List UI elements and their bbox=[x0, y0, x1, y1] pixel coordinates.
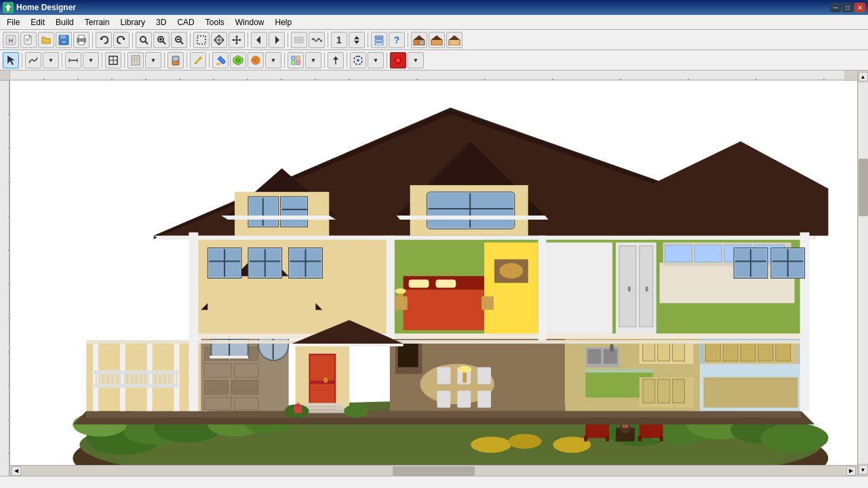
separator-6 bbox=[328, 33, 328, 47]
pan-button[interactable] bbox=[229, 32, 245, 48]
help-button[interactable]: ? bbox=[389, 32, 405, 48]
vertical-scrollbar[interactable]: ▲ ▼ bbox=[857, 70, 868, 476]
scroll-down-button[interactable]: ▼ bbox=[859, 465, 868, 474]
svg-marker-151 bbox=[86, 411, 801, 418]
separator-7 bbox=[368, 33, 368, 47]
elevate-tool-button[interactable] bbox=[328, 52, 344, 68]
maximize-button[interactable]: □ bbox=[842, 3, 853, 12]
dropdown-btn-3[interactable]: ▼ bbox=[145, 52, 161, 68]
menu-file[interactable]: File bbox=[1, 16, 25, 28]
menu-library[interactable]: Library bbox=[115, 16, 151, 28]
elevate-button[interactable] bbox=[349, 32, 365, 48]
svg-line-26 bbox=[180, 41, 183, 44]
svg-rect-187 bbox=[231, 381, 258, 394]
fit-all-button[interactable] bbox=[211, 32, 227, 48]
menu-window[interactable]: Window bbox=[230, 16, 270, 28]
scroll-right-button[interactable]: ▶ bbox=[846, 466, 856, 476]
status-bar bbox=[0, 476, 868, 488]
svg-rect-237 bbox=[758, 342, 773, 361]
pan-right-button[interactable] bbox=[269, 32, 285, 48]
drawing-canvas[interactable] bbox=[10, 81, 857, 465]
dropdown-btn-1[interactable]: ▼ bbox=[43, 52, 59, 68]
select-tool-button[interactable] bbox=[3, 52, 19, 68]
svg-marker-34 bbox=[235, 43, 238, 45]
symbol-tool-button[interactable] bbox=[288, 52, 304, 68]
svg-rect-207 bbox=[477, 391, 491, 408]
num1-button[interactable]: 1 bbox=[331, 32, 347, 48]
svg-marker-285 bbox=[154, 236, 815, 240]
close-button[interactable]: ✕ bbox=[854, 3, 865, 12]
color-tool-button[interactable] bbox=[212, 52, 229, 68]
separator-t2-3 bbox=[102, 53, 102, 68]
separator-t2-1 bbox=[22, 53, 22, 68]
dropdown-btn-6[interactable]: ▼ bbox=[368, 52, 384, 68]
zoom-out-button[interactable] bbox=[171, 32, 187, 48]
svg-rect-266 bbox=[194, 333, 801, 339]
room-tool-button[interactable] bbox=[105, 52, 121, 68]
menu-tools[interactable]: Tools bbox=[200, 16, 230, 28]
dropdown-btn-7[interactable]: ▼ bbox=[408, 52, 424, 68]
new-button[interactable] bbox=[20, 32, 37, 48]
home-button[interactable]: H bbox=[3, 32, 19, 48]
texture-tool-button[interactable] bbox=[248, 52, 264, 68]
material-tool-button[interactable] bbox=[230, 52, 246, 68]
pan-left-button[interactable] bbox=[251, 32, 267, 48]
wall-tool-button[interactable] bbox=[127, 52, 144, 68]
svg-marker-83 bbox=[333, 56, 338, 60]
menu-cad[interactable]: CAD bbox=[172, 16, 199, 28]
dropdown-btn-2[interactable]: ▼ bbox=[83, 52, 99, 68]
dropdown-btn-4[interactable]: ▼ bbox=[265, 52, 281, 68]
polyline-tool-button[interactable] bbox=[25, 52, 41, 68]
svg-rect-146 bbox=[660, 436, 663, 441]
open-button[interactable] bbox=[38, 32, 54, 48]
render2-button[interactable] bbox=[429, 32, 445, 48]
menu-edit[interactable]: Edit bbox=[25, 16, 50, 28]
svg-rect-142 bbox=[606, 436, 609, 441]
save-button[interactable] bbox=[56, 32, 72, 48]
dropdown-btn-5[interactable]: ▼ bbox=[305, 52, 321, 68]
svg-rect-262 bbox=[665, 245, 692, 262]
scroll-up-button[interactable]: ▲ bbox=[859, 72, 868, 81]
zoom-in-button[interactable] bbox=[153, 32, 170, 48]
svg-rect-257 bbox=[639, 246, 653, 327]
menu-3d[interactable]: 3D bbox=[151, 16, 172, 28]
print-button[interactable] bbox=[73, 32, 90, 48]
svg-point-18 bbox=[140, 37, 146, 42]
separator-2 bbox=[132, 33, 133, 47]
floor-button[interactable] bbox=[291, 32, 307, 48]
undo-button[interactable] bbox=[96, 32, 112, 48]
redo-button[interactable] bbox=[113, 32, 130, 48]
record-button[interactable] bbox=[390, 52, 406, 68]
separator-5 bbox=[288, 33, 288, 47]
menu-terrain[interactable]: Terrain bbox=[79, 16, 115, 28]
select-rect-button[interactable] bbox=[193, 32, 210, 48]
layer-button[interactable] bbox=[371, 32, 387, 48]
toolbar-1: H bbox=[0, 30, 868, 50]
zoom-search-button[interactable] bbox=[136, 32, 152, 48]
svg-marker-48 bbox=[414, 35, 425, 40]
pencil-tool-button[interactable] bbox=[190, 52, 206, 68]
ruler-horizontal bbox=[10, 70, 857, 81]
svg-rect-221 bbox=[658, 342, 670, 361]
svg-rect-259 bbox=[646, 286, 648, 291]
svg-marker-33 bbox=[235, 35, 238, 37]
wave-button[interactable] bbox=[309, 32, 325, 48]
svg-rect-256 bbox=[619, 246, 636, 327]
separator-t2-4 bbox=[124, 53, 125, 68]
horizontal-scrollbar[interactable]: ◀ ▶ bbox=[10, 465, 857, 476]
svg-rect-224 bbox=[643, 380, 655, 403]
svg-rect-205 bbox=[437, 391, 450, 408]
door-tool-button[interactable] bbox=[167, 52, 184, 68]
menu-build[interactable]: Build bbox=[50, 16, 79, 28]
svg-point-136 bbox=[471, 436, 511, 453]
transform-tool-button[interactable] bbox=[350, 52, 366, 68]
app-title: Home Designer bbox=[16, 3, 830, 12]
scroll-left-button[interactable]: ◀ bbox=[12, 466, 21, 476]
menu-help[interactable]: Help bbox=[269, 16, 297, 28]
svg-point-85 bbox=[357, 59, 359, 62]
svg-rect-225 bbox=[658, 380, 670, 403]
render3-button[interactable] bbox=[446, 32, 462, 48]
dimension-tool-button[interactable] bbox=[65, 52, 81, 68]
minimize-button[interactable]: ─ bbox=[830, 3, 841, 12]
render1-button[interactable] bbox=[411, 32, 427, 48]
